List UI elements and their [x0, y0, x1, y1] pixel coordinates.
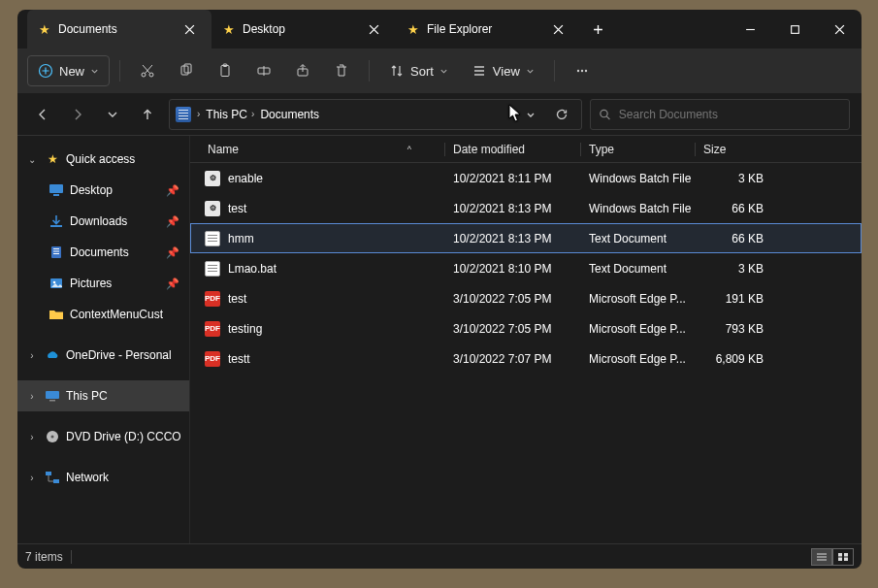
file-date: 10/2/2021 8:10 PM	[445, 262, 581, 276]
file-type: Windows Batch File	[581, 202, 696, 215]
paste-button[interactable]	[208, 55, 243, 86]
chevron-down-icon	[90, 67, 99, 76]
tab-file-explorer[interactable]: ★ File Explorer	[396, 10, 580, 49]
breadcrumb-item[interactable]: Documents	[260, 108, 319, 121]
pictures-icon	[49, 276, 64, 291]
close-button[interactable]	[817, 10, 862, 49]
pin-icon: 📌	[166, 278, 179, 290]
cut-button[interactable]	[130, 55, 165, 86]
svg-rect-20	[53, 253, 59, 254]
sidebar-item-network[interactable]: › Network	[17, 462, 189, 493]
divider	[119, 60, 120, 82]
nav-forward-button[interactable]	[64, 101, 91, 128]
file-row[interactable]: PDFtesting3/10/2022 7:05 PMMicrosoft Edg…	[190, 313, 862, 343]
address-bar[interactable]: › This PC› Documents	[169, 99, 582, 130]
scissors-icon	[140, 63, 155, 79]
sidebar-item-desktop[interactable]: Desktop 📌	[17, 175, 189, 206]
tab-desktop[interactable]: ★ Desktop	[211, 10, 396, 49]
view-button[interactable]: View	[462, 55, 544, 86]
file-row[interactable]: hmm10/2/2021 8:13 PMText Document66 KB	[190, 223, 862, 253]
sidebar-item-this-pc[interactable]: › This PC	[17, 380, 189, 411]
svg-point-13	[601, 110, 607, 116]
address-row: › This PC› Documents	[17, 93, 862, 136]
nav-recent-button[interactable]	[99, 101, 126, 128]
tab-documents[interactable]: ★ Documents	[27, 10, 211, 49]
chevron-right-icon[interactable]: ›	[25, 350, 39, 361]
svg-point-10	[577, 70, 579, 72]
column-headers: Name^ Date modified Type Size	[190, 136, 862, 163]
column-date[interactable]: Date modified	[444, 143, 580, 156]
refresh-button[interactable]	[548, 101, 575, 128]
maximize-button[interactable]	[772, 10, 817, 49]
sort-button[interactable]: Sort	[379, 55, 458, 86]
svg-rect-23	[46, 391, 59, 399]
chevron-right-icon[interactable]: ›	[25, 391, 39, 402]
details-view-button[interactable]	[811, 548, 832, 566]
file-icon	[205, 231, 220, 246]
address-dropdown-button[interactable]	[517, 101, 544, 128]
file-date: 10/2/2021 8:13 PM	[445, 202, 581, 215]
status-bar: 7 items	[17, 543, 862, 569]
delete-button[interactable]	[324, 55, 359, 86]
file-row[interactable]: PDFtest3/10/2022 7:05 PMMicrosoft Edge P…	[190, 283, 862, 313]
sidebar-item-pictures[interactable]: Pictures 📌	[17, 268, 189, 299]
copy-button[interactable]	[169, 55, 204, 86]
search-input[interactable]	[619, 108, 841, 121]
divider	[369, 60, 370, 82]
svg-rect-17	[51, 246, 61, 258]
svg-rect-18	[53, 248, 59, 249]
file-row[interactable]: Lmao.bat10/2/2021 8:10 PMText Document3 …	[190, 253, 862, 283]
chevron-right-icon: ›	[251, 109, 254, 119]
tab-close-button[interactable]	[547, 18, 569, 40]
share-button[interactable]	[285, 55, 320, 86]
sidebar-item-dvd[interactable]: › DVD Drive (D:) CCCO	[17, 421, 189, 452]
sidebar-item-documents[interactable]: Documents 📌	[17, 237, 189, 268]
new-tab-button[interactable]	[580, 10, 615, 49]
sidebar-item-downloads[interactable]: Downloads 📌	[17, 206, 189, 237]
file-row[interactable]: ⚙test10/2/2021 8:13 PMWindows Batch File…	[190, 193, 862, 223]
large-icons-view-button[interactable]	[832, 548, 854, 566]
star-icon: ★	[45, 151, 60, 167]
nav-up-button[interactable]	[134, 101, 161, 128]
new-button[interactable]: New	[27, 55, 110, 86]
svg-rect-16	[50, 225, 62, 227]
file-row[interactable]: PDFtestt3/10/2022 7:07 PMMicrosoft Edge …	[190, 343, 862, 374]
minimize-button[interactable]	[728, 10, 772, 49]
breadcrumb-item[interactable]: This PC›	[206, 108, 254, 121]
column-name[interactable]: Name^	[204, 143, 444, 156]
rename-button[interactable]	[246, 55, 281, 86]
sidebar-item-onedrive[interactable]: › OneDrive - Personal	[17, 340, 189, 371]
file-type: Microsoft Edge P...	[581, 322, 696, 336]
svg-rect-19	[53, 251, 59, 252]
column-size[interactable]: Size	[695, 143, 772, 156]
svg-point-12	[585, 70, 587, 72]
chevron-right-icon[interactable]: ›	[25, 432, 39, 442]
tab-close-button[interactable]	[363, 18, 384, 40]
chevron-down-icon[interactable]: ⌄	[25, 154, 39, 165]
more-button[interactable]	[565, 55, 600, 86]
tab-label: File Explorer	[427, 22, 539, 36]
sort-icon	[389, 63, 405, 79]
file-type: Microsoft Edge P...	[581, 352, 696, 366]
nav-back-button[interactable]	[29, 101, 56, 128]
column-type[interactable]: Type	[580, 143, 695, 156]
documents-icon	[176, 107, 191, 122]
search-box[interactable]	[590, 99, 850, 130]
svg-rect-27	[46, 472, 51, 475]
svg-point-2	[142, 73, 146, 77]
sidebar-quick-access[interactable]: ⌄ ★ Quick access	[17, 144, 189, 175]
sidebar-item-folder[interactable]: ContextMenuCust	[17, 299, 189, 330]
file-name: test	[228, 202, 246, 215]
file-size: 3 KB	[696, 262, 773, 276]
file-icon: PDF	[205, 321, 220, 337]
search-icon	[599, 108, 611, 121]
svg-rect-30	[844, 553, 848, 557]
svg-rect-14	[49, 184, 63, 193]
file-row[interactable]: ⚙enable10/2/2021 8:11 PMWindows Batch Fi…	[190, 163, 862, 193]
list-icon	[472, 63, 487, 79]
tab-close-button[interactable]	[179, 18, 200, 40]
file-size: 793 KB	[696, 322, 773, 336]
chevron-right-icon[interactable]: ›	[25, 473, 39, 483]
rename-icon	[256, 63, 272, 79]
toolbar: New Sort View	[17, 49, 862, 93]
